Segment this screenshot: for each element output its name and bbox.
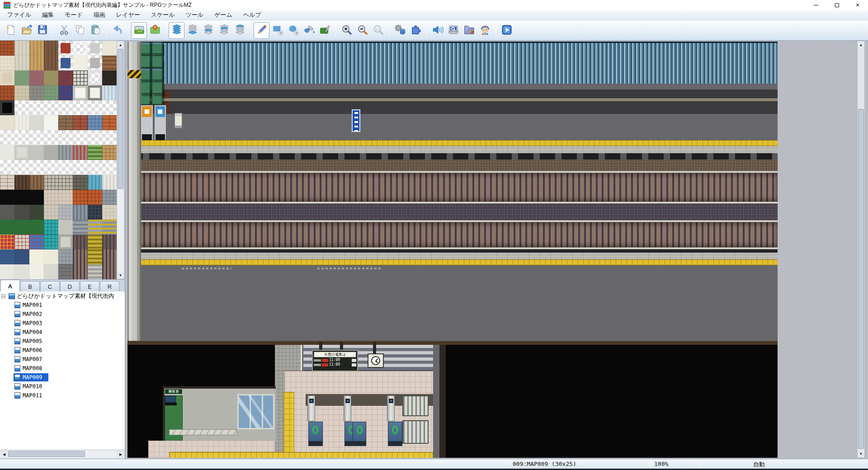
- palette-tile[interactable]: [58, 115, 73, 130]
- palette-tile[interactable]: [58, 56, 73, 70]
- palette-tab-R[interactable]: R: [100, 281, 119, 292]
- palette-tile[interactable]: [58, 130, 73, 145]
- palette-tile[interactable]: [29, 175, 44, 190]
- toolbar-button-open-file[interactable]: [19, 22, 34, 39]
- palette-tile[interactable]: [102, 190, 117, 205]
- palette-tab-D[interactable]: D: [60, 281, 80, 292]
- palette-tile[interactable]: [29, 85, 44, 100]
- palette-tile[interactable]: [44, 249, 58, 264]
- palette-tile[interactable]: [73, 235, 87, 249]
- palette-tile[interactable]: [58, 41, 73, 56]
- tree-scroll-right-icon[interactable]: ▶: [117, 451, 124, 458]
- palette-tile[interactable]: [29, 205, 44, 220]
- palette-tile[interactable]: [44, 130, 58, 145]
- palette-tile[interactable]: [44, 235, 58, 249]
- toolbar-button-map-mode[interactable]: [131, 22, 147, 39]
- tree-root-item[interactable]: どらぴかドットマップ素材【現代街内: [0, 291, 125, 301]
- palette-tile[interactable]: [0, 100, 14, 115]
- tree-item-MAP011[interactable]: MAP011: [0, 391, 125, 400]
- palette-tile[interactable]: [102, 100, 117, 115]
- toolbar-button-layer-3[interactable]: [216, 22, 232, 39]
- palette-tile[interactable]: [29, 220, 44, 235]
- maximize-button[interactable]: [826, 0, 847, 10]
- toolbar-button-tool-shadow[interactable]: [317, 22, 333, 39]
- palette-tile[interactable]: [58, 160, 73, 175]
- menu-item-ツール[interactable]: ツール: [180, 10, 209, 20]
- palette-tile[interactable]: [14, 56, 29, 70]
- toolbar-button-layer-2[interactable]: [200, 22, 216, 39]
- toolbar-button-copy[interactable]: [72, 22, 88, 39]
- palette-tile[interactable]: [44, 220, 58, 235]
- palette-tile[interactable]: [88, 41, 102, 56]
- tree-hscrollbar[interactable]: ◀ ▶: [0, 450, 125, 458]
- palette-tile[interactable]: [102, 160, 117, 175]
- map-tree[interactable]: どらぴかドットマップ素材【現代街内MAP001MAP002MAP003MAP00…: [0, 291, 125, 450]
- palette-tile[interactable]: [29, 190, 44, 205]
- toolbar-button-zoom-actual[interactable]: 1:1: [370, 22, 386, 39]
- palette-tile[interactable]: [102, 220, 117, 235]
- menu-item-レイヤー[interactable]: レイヤー: [111, 10, 146, 20]
- toolbar-button-database[interactable]: [392, 22, 408, 39]
- palette-tile[interactable]: [14, 249, 29, 264]
- map-canvas[interactable]: 今度の電車は 11:0911:09 乗車券乗車券乗車券: [127, 42, 778, 458]
- palette-scroll-down-icon[interactable]: ▼: [117, 272, 124, 279]
- palette-tile[interactable]: [14, 115, 29, 130]
- toolbar-button-layer-auto[interactable]: [169, 22, 184, 39]
- palette-tile[interactable]: [14, 205, 29, 220]
- palette-tile[interactable]: [44, 160, 58, 175]
- tree-item-MAP006[interactable]: MAP006: [0, 346, 125, 355]
- palette-tile[interactable]: [88, 130, 102, 145]
- palette-tile[interactable]: [88, 56, 102, 70]
- palette-tile[interactable]: [29, 145, 44, 160]
- palette-tile[interactable]: [102, 249, 117, 264]
- toolbar-button-paste[interactable]: [88, 22, 104, 39]
- toolbar-button-zoom-out[interactable]: [354, 22, 370, 39]
- palette-tile[interactable]: [73, 100, 87, 115]
- palette-tile[interactable]: [88, 264, 102, 279]
- palette-tile[interactable]: [14, 70, 29, 85]
- palette-tile[interactable]: [0, 41, 14, 56]
- palette-tile[interactable]: [73, 160, 87, 175]
- palette-tile[interactable]: [0, 70, 14, 85]
- palette-tile[interactable]: [0, 115, 14, 130]
- palette-tile[interactable]: [58, 100, 73, 115]
- palette-tile[interactable]: [29, 70, 44, 85]
- palette-tile[interactable]: [14, 130, 29, 145]
- palette-tile[interactable]: [29, 115, 44, 130]
- palette-tile[interactable]: [29, 264, 44, 279]
- palette-tile[interactable]: [14, 160, 29, 175]
- palette-tile[interactable]: [88, 160, 102, 175]
- palette-tile[interactable]: [88, 85, 102, 100]
- palette-scroll-up-icon[interactable]: ▲: [117, 41, 124, 48]
- palette-tile[interactable]: [14, 264, 29, 279]
- palette-tile[interactable]: [44, 205, 58, 220]
- palette-tile[interactable]: [73, 220, 87, 235]
- palette-tab-A[interactable]: A: [0, 280, 20, 292]
- palette-tile[interactable]: [44, 264, 58, 279]
- map-vscrollbar[interactable]: ▲ ▼: [857, 41, 865, 458]
- toolbar-button-layer-1[interactable]: [184, 22, 200, 39]
- palette-tile[interactable]: [44, 175, 58, 190]
- menu-item-描画[interactable]: 描画: [88, 10, 111, 20]
- palette-tile[interactable]: [58, 70, 73, 85]
- palette-tile[interactable]: [102, 41, 117, 56]
- menu-item-ファイル[interactable]: ファイル: [2, 10, 37, 20]
- palette-tile[interactable]: [102, 264, 117, 279]
- toolbar-button-sound-test[interactable]: [429, 22, 445, 39]
- palette-tile[interactable]: [0, 264, 14, 279]
- menu-item-ヘルプ[interactable]: ヘルプ: [238, 10, 267, 20]
- palette-tile[interactable]: [0, 56, 14, 70]
- palette-tile[interactable]: [0, 220, 14, 235]
- palette-tile[interactable]: [58, 175, 73, 190]
- palette-tile[interactable]: [0, 190, 14, 205]
- palette-tile[interactable]: [44, 56, 58, 70]
- palette-tile[interactable]: [102, 175, 117, 190]
- palette-tile[interactable]: [88, 220, 102, 235]
- palette-tile[interactable]: [0, 130, 14, 145]
- map-scroll-up-icon[interactable]: ▲: [858, 41, 864, 48]
- toolbar-button-playtest[interactable]: [499, 22, 514, 39]
- palette-tile[interactable]: [88, 205, 102, 220]
- palette-tile[interactable]: [14, 190, 29, 205]
- menu-item-編集[interactable]: 編集: [37, 10, 59, 20]
- palette-tile[interactable]: [29, 41, 44, 56]
